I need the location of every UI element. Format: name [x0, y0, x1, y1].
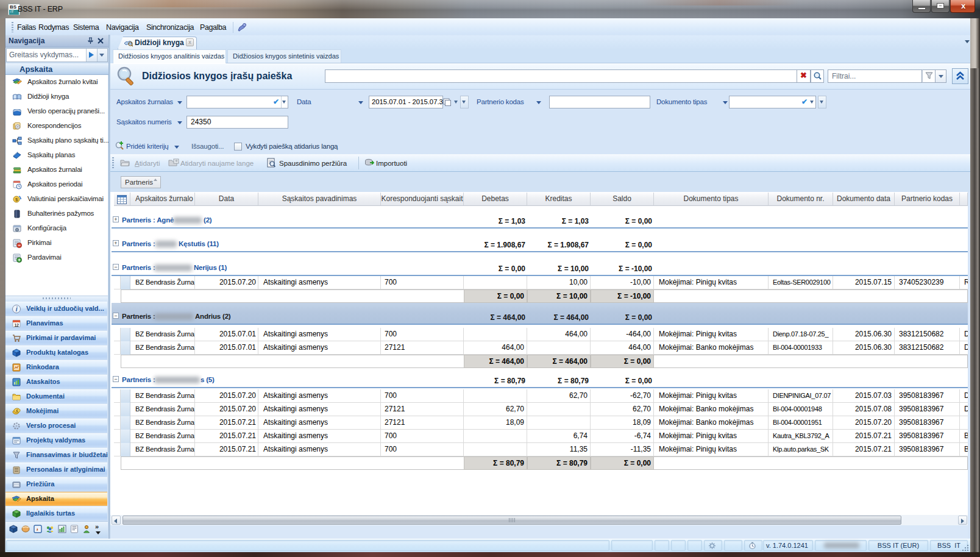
svg-text:12: 12 [14, 323, 19, 327]
